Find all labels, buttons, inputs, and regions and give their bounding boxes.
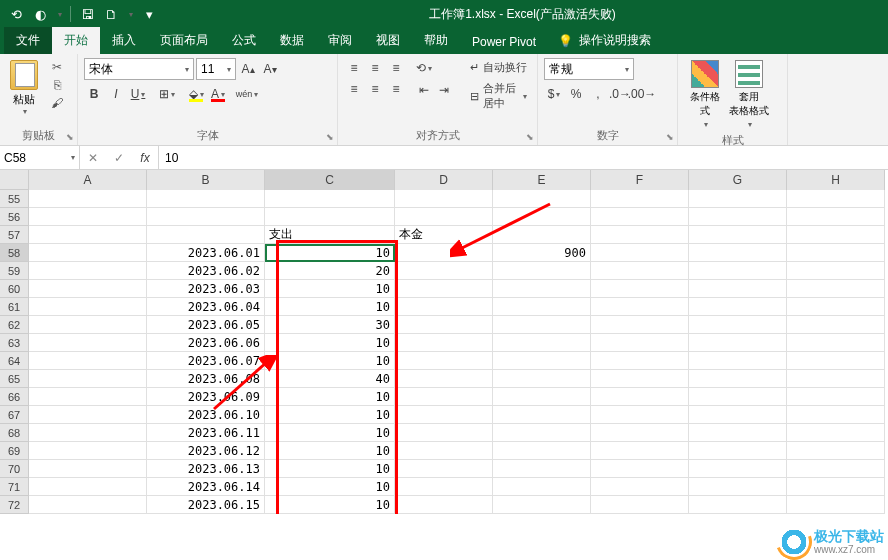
cell[interactable]: 10 xyxy=(265,478,395,496)
cell[interactable] xyxy=(787,280,885,298)
spreadsheet-grid[interactable]: A B C D E F G H 555657585960616263646566… xyxy=(0,170,888,514)
cell[interactable]: 2023.06.13 xyxy=(147,460,265,478)
cell[interactable] xyxy=(493,388,591,406)
cell[interactable] xyxy=(29,316,147,334)
col-header-a[interactable]: A xyxy=(29,170,147,190)
row-header[interactable]: 72 xyxy=(0,496,29,514)
cell[interactable]: 10 xyxy=(265,298,395,316)
cell[interactable] xyxy=(395,244,493,262)
italic-button[interactable]: I xyxy=(106,84,126,104)
align-center-icon[interactable]: ≡ xyxy=(365,79,385,99)
cell[interactable]: 2023.06.05 xyxy=(147,316,265,334)
cell[interactable] xyxy=(787,334,885,352)
cell[interactable] xyxy=(29,496,147,514)
col-header-f[interactable]: F xyxy=(591,170,689,190)
cell[interactable] xyxy=(689,244,787,262)
cell[interactable] xyxy=(591,352,689,370)
cell[interactable] xyxy=(493,298,591,316)
row-header[interactable]: 57 xyxy=(0,226,29,244)
col-header-e[interactable]: E xyxy=(493,170,591,190)
cell[interactable] xyxy=(689,424,787,442)
cancel-icon[interactable]: ✕ xyxy=(80,146,106,169)
cell[interactable] xyxy=(265,208,395,226)
cell[interactable] xyxy=(29,388,147,406)
cell[interactable] xyxy=(787,262,885,280)
cell[interactable]: 2023.06.06 xyxy=(147,334,265,352)
cell[interactable] xyxy=(395,496,493,514)
cell[interactable] xyxy=(493,226,591,244)
cell[interactable] xyxy=(787,442,885,460)
cell[interactable] xyxy=(787,370,885,388)
phonetic-button[interactable]: wén▾ xyxy=(237,84,257,104)
font-size-combo[interactable]: 11▾ xyxy=(196,58,236,80)
cell[interactable] xyxy=(395,388,493,406)
cell[interactable] xyxy=(591,298,689,316)
menu-view[interactable]: 视图 xyxy=(364,27,412,54)
tell-me[interactable]: 💡 操作说明搜索 xyxy=(548,27,661,54)
cell[interactable] xyxy=(493,208,591,226)
row-header[interactable]: 63 xyxy=(0,334,29,352)
cell[interactable] xyxy=(591,460,689,478)
cell[interactable] xyxy=(29,406,147,424)
save-icon[interactable]: 🖫 xyxy=(79,6,95,22)
borders-button[interactable]: ⊞▾ xyxy=(157,84,177,104)
cell[interactable] xyxy=(689,190,787,208)
cell[interactable]: 10 xyxy=(265,442,395,460)
copy-icon[interactable]: ⎘ xyxy=(48,78,66,92)
row-header[interactable]: 69 xyxy=(0,442,29,460)
row-header[interactable]: 66 xyxy=(0,388,29,406)
cell[interactable] xyxy=(29,244,147,262)
cell[interactable] xyxy=(493,424,591,442)
cell[interactable] xyxy=(787,460,885,478)
toggle-icon[interactable]: ◐ xyxy=(32,6,48,22)
bold-button[interactable]: B xyxy=(84,84,104,104)
cell[interactable] xyxy=(493,316,591,334)
cell[interactable] xyxy=(29,424,147,442)
col-header-c[interactable]: C xyxy=(265,170,395,190)
cell[interactable]: 支出 xyxy=(265,226,395,244)
font-color-button[interactable]: A▾ xyxy=(208,84,228,104)
preview-icon[interactable]: 🗋 xyxy=(103,6,119,22)
cell[interactable] xyxy=(787,478,885,496)
cell[interactable] xyxy=(787,208,885,226)
cell[interactable] xyxy=(787,226,885,244)
row-header[interactable]: 61 xyxy=(0,298,29,316)
cell[interactable] xyxy=(591,478,689,496)
cell[interactable] xyxy=(689,334,787,352)
cell[interactable] xyxy=(147,190,265,208)
number-expand-icon[interactable]: ⬊ xyxy=(666,132,674,142)
cell[interactable] xyxy=(591,334,689,352)
cell[interactable] xyxy=(29,460,147,478)
fill-color-button[interactable]: ⬙▾ xyxy=(186,84,206,104)
cell[interactable] xyxy=(29,298,147,316)
cell[interactable] xyxy=(29,226,147,244)
wrap-text-button[interactable]: ↵自动换行 xyxy=(466,58,531,77)
name-box[interactable]: C58▾ xyxy=(0,146,80,169)
row-header[interactable]: 59 xyxy=(0,262,29,280)
cell[interactable]: 2023.06.02 xyxy=(147,262,265,280)
cell[interactable] xyxy=(591,370,689,388)
cell[interactable]: 900 xyxy=(493,244,591,262)
cell[interactable]: 2023.06.10 xyxy=(147,406,265,424)
cell[interactable] xyxy=(29,370,147,388)
cell[interactable]: 10 xyxy=(265,352,395,370)
align-expand-icon[interactable]: ⬊ xyxy=(526,132,534,142)
cell[interactable] xyxy=(689,388,787,406)
formula-input[interactable]: 10 xyxy=(159,151,888,165)
cell[interactable] xyxy=(29,190,147,208)
col-header-b[interactable]: B xyxy=(147,170,265,190)
font-name-combo[interactable]: 宋体▾ xyxy=(84,58,194,80)
cell[interactable] xyxy=(787,424,885,442)
cell[interactable] xyxy=(493,370,591,388)
row-header[interactable]: 64 xyxy=(0,352,29,370)
cell[interactable] xyxy=(689,208,787,226)
orientation-icon[interactable]: ⟲▾ xyxy=(414,58,434,78)
cell[interactable] xyxy=(689,226,787,244)
cell[interactable] xyxy=(29,352,147,370)
cell[interactable] xyxy=(395,442,493,460)
cell[interactable] xyxy=(395,334,493,352)
row-header[interactable]: 70 xyxy=(0,460,29,478)
cell[interactable] xyxy=(787,496,885,514)
qa-dd2[interactable]: ▾ xyxy=(129,10,133,19)
cell[interactable] xyxy=(395,298,493,316)
